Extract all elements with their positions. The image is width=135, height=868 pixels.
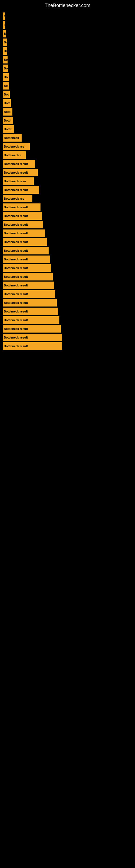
bar-label: Bottleneck result — [4, 336, 28, 339]
bar-row: Bottleneck result — [3, 212, 132, 220]
bar-row: Bo — [3, 65, 132, 72]
bar-item: Bo — [3, 82, 9, 90]
bar-label: Bottleneck result — [4, 206, 28, 209]
bar-row: Bottleneck res — [3, 195, 132, 203]
bar-label: Bottleneck result — [4, 249, 28, 252]
bar-row: Bottleneck — [3, 134, 132, 142]
bar-label: B — [4, 14, 5, 18]
bar-label: Bottleneck result — [4, 171, 28, 174]
bar-item: Bottleneck result — [3, 290, 55, 298]
bar-label: Bott — [4, 101, 10, 105]
bar-item: Bottleneck result — [3, 264, 51, 272]
bar-label: Bo — [4, 84, 8, 87]
bar-item: B — [3, 21, 5, 29]
bar-label: Bottleneck res — [4, 145, 24, 148]
bar-row: Bottleneck result — [3, 299, 132, 307]
bar-row: Bottleneck result — [3, 325, 132, 333]
bar-row: Bo — [3, 73, 132, 81]
bar-label: Bo — [4, 58, 8, 61]
bar-row: Bottleneck result — [3, 247, 132, 254]
bar-row: Bottleneck result — [3, 264, 132, 272]
bar-item: Bo — [3, 73, 9, 81]
bar-item: Bottle — [3, 125, 14, 133]
bar-item: Bot — [3, 91, 10, 98]
bar-label: Bottleneck result — [4, 231, 28, 235]
bar-label: Bottleneck r — [4, 154, 21, 157]
bar-row: Bottleneck result — [3, 334, 132, 341]
bar-item: Bo — [3, 38, 7, 46]
bar-label: Bo — [4, 67, 8, 70]
bar-item: Bottleneck result — [3, 238, 47, 246]
bar-item: Bott — [3, 99, 11, 107]
bar-item: Bottleneck res — [3, 143, 30, 150]
bar-item: Bottleneck result — [3, 282, 54, 289]
bar-item: Bottleneck result — [3, 212, 42, 220]
bar-item: Bottleneck result — [3, 229, 45, 237]
bar-label: Bottl — [4, 119, 10, 122]
bar-label: Bottleneck result — [4, 258, 28, 261]
bar-label: Bottleneck result — [4, 214, 28, 218]
bar-item: Bo — [3, 56, 8, 63]
bar-row: Bottleneck r — [3, 151, 132, 159]
bar-label: Bottleneck result — [4, 188, 28, 191]
bar-row: Bottleneck result — [3, 229, 132, 237]
bar-row: Bot — [3, 91, 132, 98]
bar-item: Bo — [3, 65, 8, 72]
bar-label: Bot — [4, 93, 9, 96]
bar-label: Bottleneck result — [4, 162, 28, 165]
bar-item: Bottleneck result — [3, 255, 50, 263]
bar-row: Bottleneck res — [3, 143, 132, 150]
bar-item: Bottleneck result — [3, 299, 57, 307]
bar-label: Bottleneck result — [4, 327, 28, 330]
bar-label: B — [4, 32, 6, 35]
bar-row: Bottleneck result — [3, 273, 132, 280]
bar-row: Bottleneck resu — [3, 177, 132, 185]
bar-row: Bo — [3, 38, 132, 46]
bar-row: Bottleneck result — [3, 169, 132, 176]
bar-item: B — [3, 12, 5, 20]
bar-row: Bottleneck result — [3, 255, 132, 263]
bar-label: Bottleneck resu — [4, 180, 26, 183]
bar-label: Bottleneck result — [4, 284, 28, 287]
bar-label: Bottle — [4, 127, 12, 131]
bar-item: Bottl — [3, 117, 13, 124]
bar-item: Bottleneck result — [3, 169, 38, 176]
bar-row: Bottleneck result — [3, 282, 132, 289]
bar-row: B — [3, 30, 132, 37]
bar-label: B — [4, 23, 5, 27]
bar-row: Bottleneck result — [3, 160, 132, 167]
bar-row: Bo — [3, 47, 132, 55]
bar-row: Bottleneck result — [3, 238, 132, 246]
bar-row: Bottleneck result — [3, 204, 132, 211]
bar-label: Bottl — [4, 110, 10, 113]
page-wrapper: TheBottlenecker.com BBBBoBoBoBoBoBoBotBo… — [0, 0, 135, 351]
bar-row: B — [3, 21, 132, 29]
bar-item: Bottleneck result — [3, 334, 62, 341]
bar-item: Bottl — [3, 108, 12, 116]
bar-label: Bottleneck result — [4, 344, 28, 348]
bar-row: Bottle — [3, 125, 132, 133]
bar-item: Bo — [3, 47, 7, 55]
bar-label: Bo — [4, 41, 7, 44]
bar-item: Bottleneck result — [3, 186, 39, 194]
bar-label: Bottleneck — [4, 136, 19, 140]
bar-item: Bottleneck result — [3, 204, 41, 211]
bar-item: Bottleneck result — [3, 247, 49, 254]
bar-row: Bottleneck result — [3, 290, 132, 298]
bar-item: Bottleneck result — [3, 273, 53, 280]
bar-row: Bott — [3, 99, 132, 107]
bar-row: Bottleneck result — [3, 221, 132, 228]
bar-label: Bottleneck result — [4, 240, 28, 244]
bar-item: Bottleneck result — [3, 316, 59, 324]
bar-item: Bottleneck r — [3, 151, 26, 159]
bar-row: Bo — [3, 82, 132, 90]
bar-item: Bottleneck — [3, 134, 21, 142]
bar-row: Bo — [3, 56, 132, 63]
bar-label: Bottleneck result — [4, 292, 28, 296]
bar-item: Bottleneck result — [3, 342, 62, 350]
bar-label: Bo — [4, 50, 7, 53]
bar-row: Bottleneck result — [3, 316, 132, 324]
bar-label: Bottleneck result — [4, 267, 28, 270]
bar-label: Bottleneck result — [4, 318, 28, 322]
bar-label: Bottleneck result — [4, 301, 28, 304]
